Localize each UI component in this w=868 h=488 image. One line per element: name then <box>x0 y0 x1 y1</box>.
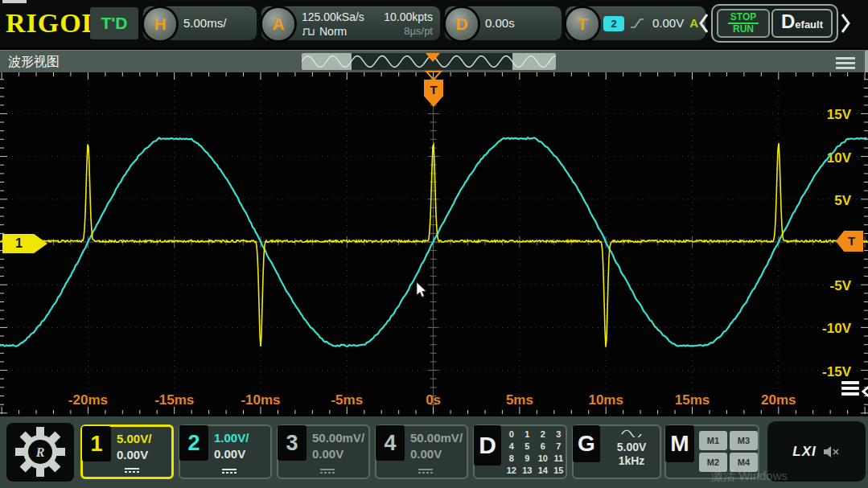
delay-knob[interactable]: D <box>446 8 478 40</box>
channel1-offset: 0.00V <box>117 447 151 463</box>
channel2-box[interactable]: 2 1.00V/ 0.00V <box>179 424 272 479</box>
channel2-scale: 1.00V/ <box>214 430 249 446</box>
digital-bit-14[interactable]: 14 <box>535 465 551 477</box>
svg-text:-15ms: -15ms <box>154 392 194 408</box>
digital-bit-9[interactable]: 9 <box>520 453 536 465</box>
rigol-logo: RIGOL <box>6 8 101 39</box>
channel3-offset: 0.00V <box>312 446 364 462</box>
math-m1-button[interactable]: M1 <box>699 431 727 450</box>
svg-text:5V: 5V <box>834 193 851 208</box>
math-badge: M <box>665 425 694 462</box>
collapse-chevron-icon <box>861 385 868 398</box>
channel2-offset: 0.00V <box>214 446 249 462</box>
default-button[interactable]: D efault <box>771 9 833 38</box>
channel3-scale: 50.00mV/ <box>312 430 364 446</box>
waveform-view-bar: 波形视图 <box>0 50 868 72</box>
collapse-menu-icon[interactable] <box>841 381 868 402</box>
acquire-section[interactable]: A 125.00kSa/s Norm 10.00kpts 8µs/pt <box>261 6 441 41</box>
digital-bit-6[interactable]: 6 <box>535 441 551 453</box>
horizontal-section[interactable]: H 5.00ms/ <box>142 6 257 41</box>
lxi-label: LXI <box>792 444 816 460</box>
digital-bit-1[interactable]: 1 <box>520 429 536 441</box>
channel4-badge: 4 <box>376 425 405 461</box>
digital-badge: D <box>474 425 501 465</box>
timebase-value: 5.00ms/ <box>183 6 226 40</box>
svg-text:-5ms: -5ms <box>331 392 363 408</box>
channel3-box[interactable]: 3 50.00mV/ 0.00V <box>277 424 370 479</box>
channel4-scale: 50.00mV/ <box>410 430 463 446</box>
acquire-knob[interactable]: A <box>262 8 294 40</box>
pulse-icon <box>302 27 316 36</box>
trigger-position-outline-icon <box>425 70 442 81</box>
delay-value: 0.00s <box>485 6 515 40</box>
trigger-knob[interactable]: T <box>566 8 599 40</box>
digital-bit-3[interactable]: 3 <box>551 429 567 441</box>
menu-icon[interactable] <box>836 57 855 72</box>
trigger-level-value: 0.00V <box>652 6 684 40</box>
activate-windows-watermark: 激活 Windows <box>711 469 788 484</box>
trigger-sweep-mode: A <box>689 6 698 40</box>
svg-text:15V: 15V <box>827 107 852 122</box>
channel1-box[interactable]: 1 5.00V/ 0.00V <box>80 424 174 479</box>
generator-amplitude: 5.00V <box>606 441 657 454</box>
chevron-left-icon[interactable] <box>698 12 710 35</box>
ground-coupling-icon <box>222 469 237 474</box>
digital-bit-13[interactable]: 13 <box>520 465 536 477</box>
timebase-preview-strip[interactable] <box>302 53 556 70</box>
digital-bit-12[interactable]: 12 <box>504 465 520 477</box>
channel3-badge: 3 <box>278 425 306 461</box>
channel1-scale: 5.00V/ <box>117 431 151 447</box>
svg-text:R: R <box>35 445 45 459</box>
trigger-status-badge: T'D <box>90 7 138 39</box>
svg-text:-15V: -15V <box>822 364 852 379</box>
digital-bit-4[interactable]: 4 <box>504 441 520 453</box>
stop-run-button[interactable]: STOP RUN <box>717 9 770 38</box>
svg-text:20ms: 20ms <box>761 392 796 408</box>
svg-text:0s: 0s <box>426 392 441 408</box>
oscilloscope-screen: RIGOL T'D H 5.00ms/ A 125.00kSa/s Norm 1… <box>0 0 868 488</box>
svg-text:-20ms: -20ms <box>68 392 108 408</box>
chevron-right-icon[interactable] <box>840 12 851 35</box>
digital-bit-15[interactable]: 15 <box>551 465 567 477</box>
svg-text:5ms: 5ms <box>506 392 533 408</box>
generator-box[interactable]: G 5.00V 1kHz <box>572 424 661 479</box>
ground-coupling-icon <box>320 469 335 474</box>
gear-icon: R <box>6 423 74 482</box>
top-status-bar: RIGOL T'D H 5.00ms/ A 125.00kSa/s Norm 1… <box>0 0 868 48</box>
math-m3-button[interactable]: M3 <box>730 431 758 450</box>
digital-channels-box[interactable]: D 0123456789101112131415 <box>473 424 567 479</box>
memory-depth: 10.00kpts <box>384 10 433 24</box>
trigger-section[interactable]: T 2 0.00V A <box>565 6 706 41</box>
svg-text:-5V: -5V <box>830 278 852 293</box>
generator-badge: G <box>573 425 600 462</box>
digital-bit-2[interactable]: 2 <box>535 429 551 441</box>
svg-text:15ms: 15ms <box>675 392 710 408</box>
ground-coupling-icon <box>125 468 139 473</box>
rising-edge-icon <box>629 16 645 31</box>
sine-icon <box>621 427 642 437</box>
trigger-source-badge: 2 <box>603 16 624 31</box>
channel4-box[interactable]: 4 50.00mV/ 0.00V <box>375 424 468 479</box>
horizontal-knob[interactable]: H <box>144 8 176 40</box>
waveform-canvas: 15V10V5V-5V-10V-15V-20ms-15ms-10ms-5ms0s… <box>0 72 868 414</box>
waveform-display[interactable]: 15V10V5V-5V-10V-15V-20ms-15ms-10ms-5ms0s… <box>0 72 868 414</box>
digital-bit-5[interactable]: 5 <box>520 441 536 453</box>
digital-bit-11[interactable]: 11 <box>551 453 567 465</box>
digital-bit-0[interactable]: 0 <box>504 429 520 441</box>
svg-text:-10V: -10V <box>822 321 852 336</box>
delay-section[interactable]: D 0.00s <box>444 6 562 41</box>
generator-frequency: 1kHz <box>606 454 657 468</box>
digital-bit-7[interactable]: 7 <box>551 441 567 453</box>
ground-coupling-icon <box>418 469 433 474</box>
digital-bit-8[interactable]: 8 <box>504 453 520 465</box>
digital-bits-grid: 0123456789101112131415 <box>504 429 566 477</box>
digital-bit-10[interactable]: 10 <box>535 453 551 465</box>
acquire-mode: Norm <box>319 24 347 39</box>
channel4-offset: 0.00V <box>410 446 463 462</box>
channel1-badge: 1 <box>82 426 111 461</box>
sample-rate: 125.00kSa/s <box>302 10 364 24</box>
mouse-cursor <box>416 281 428 298</box>
channel2-badge: 2 <box>179 425 208 461</box>
svg-text:10V: 10V <box>827 150 852 166</box>
settings-gear-button[interactable]: R <box>6 423 74 482</box>
